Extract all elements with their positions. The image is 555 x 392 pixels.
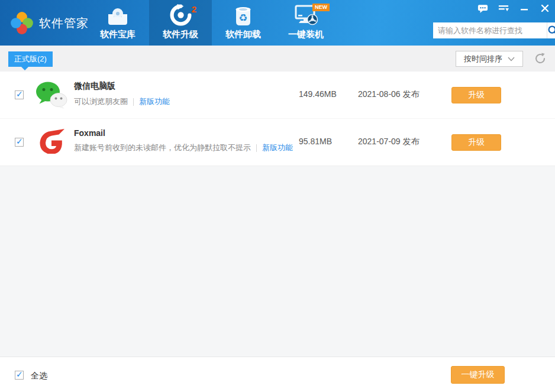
tab-software-library[interactable]: 软件宝库 xyxy=(86,0,149,46)
skin-menu-icon[interactable] xyxy=(498,4,509,13)
footer-bar: 全选 一键升级 xyxy=(0,357,555,392)
software-size: 95.81MB xyxy=(299,137,332,146)
list-item-foxmail: Foxmail 新建账号前收到的未读邮件，优化为静默拉取不提示 新版功能 95.… xyxy=(0,119,555,166)
upgrade-count-badge: 2 xyxy=(192,4,196,14)
row-main: Foxmail 新建账号前收到的未读邮件，优化为静默拉取不提示 新版功能 xyxy=(74,128,293,153)
clover-logo-icon xyxy=(11,12,33,34)
svg-text:♻: ♻ xyxy=(238,12,247,24)
sort-dropdown[interactable]: 按时间排序 xyxy=(456,51,523,67)
software-desc: 新建账号前收到的未读邮件，优化为静默拉取不提示 xyxy=(74,142,251,153)
software-name: Foxmail xyxy=(74,128,293,138)
tab-label: 一键装机 xyxy=(288,29,324,40)
tab-label: 软件卸载 xyxy=(225,29,261,40)
select-all-checkbox[interactable] xyxy=(15,371,24,380)
row-main: 微信电脑版 可以浏览朋友圈 新版功能 xyxy=(74,81,170,107)
list-item-wechat: 微信电脑版 可以浏览朋友圈 新版功能 149.46MB 2021-08-06 发… xyxy=(0,72,555,119)
feedback-icon[interactable] xyxy=(477,4,488,13)
app-title: 软件管家 xyxy=(39,15,89,31)
divider xyxy=(256,144,257,152)
tab-software-uninstall[interactable]: ♻ 软件卸载 xyxy=(212,0,275,46)
release-date: 2021-08-06 发布 xyxy=(358,89,420,100)
upgrade-all-button[interactable]: 一键升级 xyxy=(451,366,505,384)
row-checkbox[interactable] xyxy=(15,138,24,147)
refresh-icon[interactable] xyxy=(534,52,547,65)
software-desc: 可以浏览朋友圈 xyxy=(74,96,128,107)
filter-bar: 正式版(2) 按时间排序 xyxy=(0,46,555,72)
upgrade-button[interactable]: 升级 xyxy=(451,134,501,151)
search-button[interactable] xyxy=(547,22,555,38)
app-brand: 软件管家 xyxy=(11,12,89,34)
upgrade-swirl-icon xyxy=(170,2,192,26)
new-features-link[interactable]: 新版功能 xyxy=(262,142,293,153)
release-date: 2021-07-09 发布 xyxy=(358,137,420,147)
version-filter-tag[interactable]: 正式版(2) xyxy=(8,51,53,67)
wechat-icon xyxy=(36,80,67,111)
window-controls xyxy=(477,4,550,13)
uninstall-trash-icon: ♻ xyxy=(233,2,254,26)
tab-label: 软件升级 xyxy=(163,29,198,40)
tab-one-click-setup[interactable]: NEW 一键装机 xyxy=(275,0,337,46)
sort-chevron-down-icon xyxy=(508,57,515,61)
new-features-link[interactable]: 新版功能 xyxy=(139,96,170,107)
software-size: 149.46MB xyxy=(299,89,337,99)
upgrade-button[interactable]: 升级 xyxy=(451,87,501,103)
close-icon[interactable] xyxy=(540,4,550,13)
upgrade-list: 微信电脑版 可以浏览朋友圈 新版功能 149.46MB 2021-08-06 发… xyxy=(0,72,555,166)
search-input[interactable] xyxy=(433,22,547,38)
empty-area xyxy=(0,166,555,357)
select-all-label: 全选 xyxy=(31,371,47,381)
search-icon xyxy=(547,25,555,36)
divider xyxy=(133,98,134,106)
foxmail-icon xyxy=(36,127,67,158)
disc-tray-icon xyxy=(107,2,129,26)
title-bar: 软件管家 软件宝库 2 软件升级 xyxy=(0,0,555,46)
tab-software-upgrade[interactable]: 2 软件升级 xyxy=(149,0,212,46)
sort-dropdown-label: 按时间排序 xyxy=(464,54,502,64)
main-nav: 软件宝库 2 软件升级 ♻ 软件卸载 xyxy=(86,0,337,46)
row-checkbox[interactable] xyxy=(15,90,24,99)
search-box xyxy=(433,22,550,38)
tab-label: 软件宝库 xyxy=(100,29,135,40)
new-tag-badge: NEW xyxy=(312,4,330,11)
software-name: 微信电脑版 xyxy=(74,81,170,92)
minimize-icon[interactable] xyxy=(519,4,530,13)
